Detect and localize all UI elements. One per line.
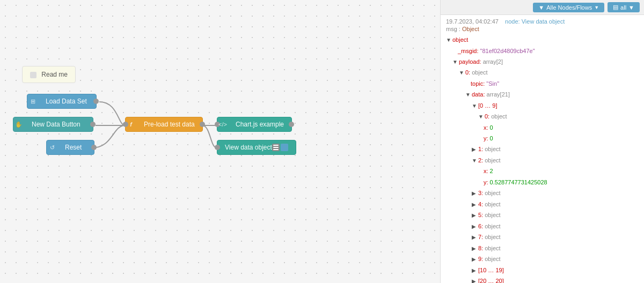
view-data-port-left: [215, 145, 220, 150]
svg-rect-2: [273, 149, 279, 150]
new-data-port-right: [90, 122, 96, 127]
read-me-node[interactable]: Read me: [22, 66, 76, 83]
tree-toggle[interactable]: ▼: [465, 90, 471, 100]
reset-icon: ↺: [47, 144, 57, 151]
tree-toggle[interactable]: ▼: [472, 156, 477, 166]
pre-load-node[interactable]: f Pre-load test data: [125, 117, 203, 132]
tree-row[interactable]: ▶8: object: [446, 243, 639, 254]
tree-key: 8:: [478, 245, 483, 251]
tree-toggle[interactable]: ▶: [472, 189, 477, 199]
filter-arrow: ▼: [594, 5, 599, 10]
tree-toggle[interactable]: ▼: [478, 112, 484, 122]
msg-key: msg: [446, 26, 457, 32]
new-data-button-node[interactable]: ✋ New Data Button: [13, 117, 93, 132]
tree-row[interactable]: ▶[10 … 19]: [446, 265, 639, 276]
read-me-label: Read me: [41, 71, 68, 78]
tree-toggle[interactable]: ▶: [472, 233, 477, 243]
tree-key: [10 … 19]: [478, 267, 504, 273]
tree-row[interactable]: ▶3: object: [446, 188, 639, 199]
tree-row[interactable]: y: 0: [446, 133, 639, 144]
tree-row[interactable]: ▶5: object: [446, 210, 639, 221]
tree-row[interactable]: ▶7: object: [446, 232, 639, 243]
tree-type: object: [483, 201, 500, 207]
tree-toggle[interactable]: ▼: [472, 101, 477, 111]
tree-val: 2: [488, 168, 493, 174]
tree-key: y:: [484, 135, 488, 142]
tree-toggle[interactable]: ▼: [446, 35, 451, 46]
filter-icon: ▼: [538, 4, 544, 11]
tree-key: y:: [484, 179, 488, 185]
tree-row[interactable]: ▶4: object: [446, 199, 639, 210]
template-icon: </>: [217, 121, 228, 128]
tree-key: topic:: [471, 80, 485, 87]
function-icon: f: [126, 121, 136, 128]
tree-type: object: [483, 223, 500, 229]
tree-key: 4:: [478, 201, 483, 207]
msg-label: msg : Object: [446, 26, 639, 32]
chartjs-node[interactable]: </> Chart.js example: [217, 117, 292, 132]
tree-key: [20 … 20]: [478, 278, 504, 283]
tree-toggle[interactable]: ▼: [452, 57, 458, 68]
reset-label: Reset: [57, 140, 89, 154]
tree-key: payload:: [459, 58, 481, 65]
all-icon: ▤: [613, 4, 618, 11]
tree-toggle[interactable]: ▶: [472, 145, 477, 155]
tree-row[interactable]: y: 0.5287747731425028: [446, 177, 639, 188]
tree-toggle[interactable]: ▶: [472, 244, 477, 254]
view-data-label: View data object: [217, 140, 280, 154]
tree-type: object: [483, 146, 500, 152]
timestamp-line: 19.7.2023, 04:02:47 node: View data obje…: [446, 18, 639, 25]
reset-node[interactable]: ↺ Reset: [46, 140, 94, 155]
tree-toggle[interactable]: ▼: [459, 68, 464, 78]
node-ref: node: View data object: [505, 18, 565, 25]
all-button[interactable]: ▤ all ▼: [608, 2, 640, 12]
all-label: all: [620, 4, 626, 11]
tree-row[interactable]: ▼0: object: [446, 111, 639, 122]
debug-active-icon[interactable]: [281, 144, 288, 151]
svg-rect-1: [273, 147, 279, 148]
tree-toggle[interactable]: ▶: [472, 266, 477, 276]
tree-type: object: [483, 157, 500, 163]
tree-toggle[interactable]: ▶: [472, 200, 477, 210]
tree-row[interactable]: x: 0: [446, 122, 639, 133]
tree-key: data:: [472, 91, 485, 98]
tree-row[interactable]: ▼2: object: [446, 155, 639, 166]
tree-row[interactable]: topic: "Sin": [446, 78, 639, 89]
tree-val: "81ef02d4809cb47e": [479, 48, 535, 54]
tree-row[interactable]: x: 2: [446, 166, 639, 176]
tree-row[interactable]: ▶[20 … 20]: [446, 275, 639, 283]
view-data-node[interactable]: View data object: [217, 140, 296, 155]
tree-row[interactable]: ▶1: object: [446, 144, 639, 155]
canvas[interactable]: Read me ⊞ Load Data Set ✋ New Data Butto…: [0, 0, 440, 283]
tree-type: object: [483, 256, 500, 262]
tree-row[interactable]: ▼0: object: [446, 67, 639, 78]
tree-row[interactable]: ▼payload: array[2]: [446, 56, 639, 68]
tree-row[interactable]: _msgid: "81ef02d4809cb47e": [446, 46, 639, 56]
tree-type: array[21]: [485, 91, 509, 98]
tree-type: object: [483, 234, 500, 240]
tree-row[interactable]: ▼data: array[21]: [446, 89, 639, 100]
tree-key: [0 … 9]: [478, 102, 497, 109]
tree-toggle[interactable]: ▶: [472, 222, 477, 232]
reset-port-right: [91, 145, 97, 150]
tree-toggle[interactable]: ▶: [472, 277, 477, 283]
tree-toggle[interactable]: ▶: [472, 211, 477, 221]
filter-label: Alle Nodes/Flows: [546, 4, 592, 11]
tree-toggle[interactable]: ▶: [472, 255, 477, 265]
tree-key: 1:: [478, 146, 483, 152]
tree-row[interactable]: ▶6: object: [446, 221, 639, 232]
timestamp: 19.7.2023, 04:02:47: [446, 18, 499, 25]
tree-row[interactable]: ▼[0 … 9]: [446, 100, 639, 111]
tree-key: 9:: [478, 256, 483, 262]
tree-key: 2:: [478, 157, 483, 163]
tree-val: "Sin": [485, 80, 499, 87]
load-data-set-node[interactable]: ⊞ Load Data Set: [27, 94, 97, 109]
tree-row[interactable]: ▶9: object: [446, 254, 639, 265]
panel-content[interactable]: 19.7.2023, 04:02:47 node: View data obje…: [441, 15, 644, 283]
tree-val: 0: [488, 124, 493, 131]
pre-load-port-right: [200, 122, 205, 127]
tree-type: object: [483, 245, 500, 251]
tree-row[interactable]: ▼object: [446, 34, 639, 46]
tree-type: object: [483, 190, 500, 196]
filter-nodes-flows-button[interactable]: ▼ Alle Nodes/Flows ▼: [533, 3, 604, 12]
